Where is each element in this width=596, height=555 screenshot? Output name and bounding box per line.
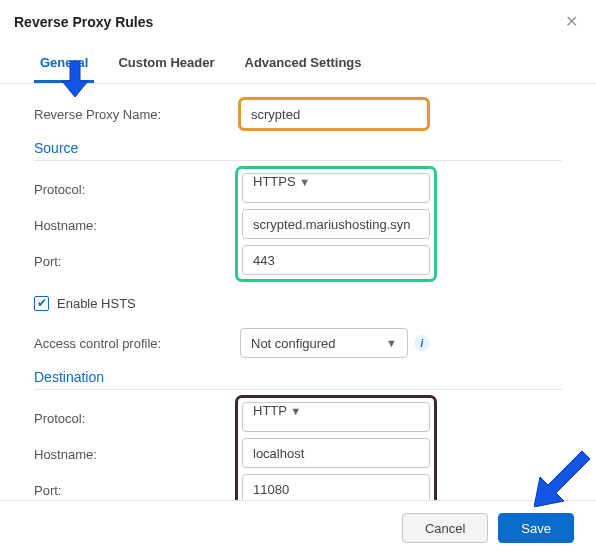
- dest-protocol-value: HTTP: [253, 403, 287, 418]
- tab-general[interactable]: General: [34, 47, 94, 83]
- divider: [34, 160, 562, 161]
- source-heading: Source: [34, 140, 562, 156]
- row-source-group: Protocol: Hostname: Port: HTTPS ▼: [34, 171, 562, 279]
- row-hsts: ✔ Enable HSTS: [34, 289, 562, 317]
- info-icon[interactable]: i: [414, 335, 430, 351]
- source-hostname-label: Hostname:: [34, 207, 240, 243]
- chevron-down-icon: ▼: [299, 176, 310, 188]
- dest-protocol-label: Protocol:: [34, 400, 240, 436]
- tab-custom-header[interactable]: Custom Header: [112, 47, 220, 83]
- reverse-proxy-name-input[interactable]: [240, 99, 428, 129]
- destination-heading: Destination: [34, 369, 562, 385]
- checkmark-icon: ✔: [37, 297, 47, 309]
- access-control-profile-select[interactable]: Not configured ▼: [240, 328, 408, 358]
- tab-advanced-settings[interactable]: Advanced Settings: [239, 47, 368, 83]
- name-label: Reverse Proxy Name:: [34, 107, 240, 122]
- window-title: Reverse Proxy Rules: [14, 14, 153, 30]
- source-protocol-select[interactable]: HTTPS ▼: [242, 173, 430, 203]
- tab-strip: General Custom Header Advanced Settings: [0, 39, 596, 84]
- acp-label: Access control profile:: [34, 336, 240, 351]
- close-icon[interactable]: ✕: [561, 10, 582, 33]
- acp-value: Not configured: [251, 336, 336, 351]
- dest-hostname-input[interactable]: [242, 438, 430, 468]
- cancel-button[interactable]: Cancel: [402, 513, 488, 543]
- save-button[interactable]: Save: [498, 513, 574, 543]
- dest-protocol-select[interactable]: HTTP ▼: [242, 402, 430, 432]
- dialog-footer: Cancel Save: [0, 500, 596, 555]
- dialog-window: Reverse Proxy Rules ✕ General Custom Hea…: [0, 0, 596, 555]
- enable-hsts-label: Enable HSTS: [57, 296, 136, 311]
- chevron-down-icon: ▼: [386, 337, 397, 349]
- source-port-input[interactable]: [242, 245, 430, 275]
- divider: [34, 389, 562, 390]
- source-hostname-input[interactable]: [242, 209, 430, 239]
- dest-port-label: Port:: [34, 472, 240, 500]
- dest-hostname-label: Hostname:: [34, 436, 240, 472]
- chevron-down-icon: ▼: [290, 405, 301, 417]
- row-acp: Access control profile: Not configured ▼…: [34, 327, 562, 359]
- enable-hsts-checkbox[interactable]: ✔: [34, 296, 49, 311]
- source-protocol-label: Protocol:: [34, 171, 240, 207]
- source-protocol-value: HTTPS: [253, 174, 296, 189]
- dest-port-input[interactable]: [242, 474, 430, 500]
- content-area: Reverse Proxy Name: Source Protocol: Hos…: [0, 84, 596, 500]
- titlebar: Reverse Proxy Rules ✕: [0, 0, 596, 39]
- source-port-label: Port:: [34, 243, 240, 279]
- row-dest-group: Protocol: Hostname: Port: HTTP ▼: [34, 400, 562, 500]
- row-name: Reverse Proxy Name:: [34, 98, 562, 130]
